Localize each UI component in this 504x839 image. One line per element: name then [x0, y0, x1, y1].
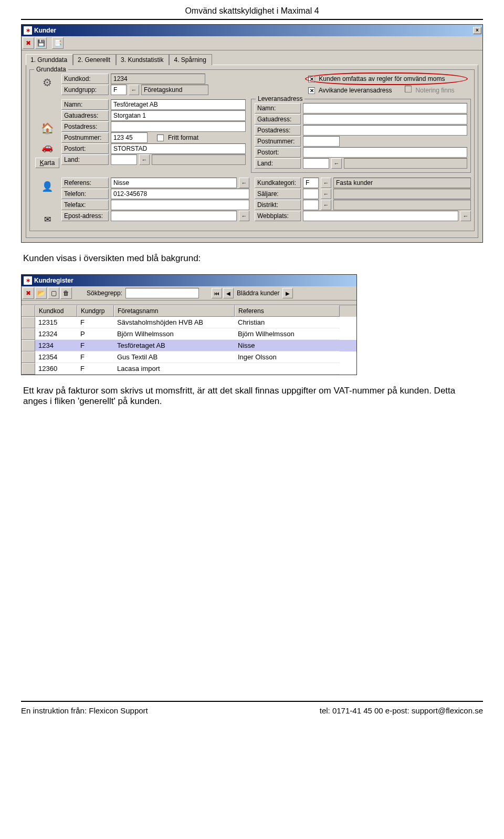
epost-lookup-button[interactable]: ← — [239, 211, 249, 221]
epost-field[interactable] — [111, 211, 237, 221]
kundkod-field: 1234 — [111, 74, 205, 84]
webbplats-lookup-button[interactable]: ← — [460, 211, 471, 221]
close-icon[interactable]: × — [473, 27, 481, 34]
webbplats-field[interactable] — [303, 211, 458, 221]
person-icon: 👤 — [39, 178, 56, 195]
save-button[interactable]: 💾 — [35, 37, 47, 49]
delete-button[interactable]: ✖ — [23, 287, 34, 299]
land-lookup-button[interactable]: ← — [139, 154, 150, 165]
tabpanel-grunddata: Grunddata ⚙ Kundkod: 1234 — [26, 65, 478, 238]
lev-land-field[interactable] — [303, 158, 329, 169]
body-text-1: Kunden visas i översikten med blå bakgru… — [23, 253, 481, 264]
envelope-icon: ✉ — [39, 211, 56, 227]
telefax-field[interactable] — [111, 200, 249, 210]
group-grunddata: Grunddata ⚙ Kundkod: 1234 — [29, 69, 475, 231]
karta-button[interactable]: Karta — [35, 158, 60, 168]
doc-header: Omvänd skattskyldighet i Maximal 4 — [21, 0, 483, 20]
table-row[interactable]: 12315FSävstaholmshöjden HVB ABChristian — [22, 317, 356, 328]
lev-postort-field[interactable] — [303, 147, 467, 158]
col-rowheader[interactable] — [22, 305, 35, 317]
col-foretagsnamn[interactable]: Företagsnamn — [114, 305, 235, 317]
nav-prev-button[interactable]: ◀ — [223, 288, 234, 298]
gatuadress-field[interactable]: Storgatan 1 — [111, 110, 246, 121]
kundregister-grid: Kundkod Kundgrp Företagsnamn Referens 12… — [22, 305, 356, 375]
kundregister-titlebar: ✶ Kundregister — [22, 275, 356, 286]
kunder-titlebar: ✶ Kunder × — [22, 25, 482, 36]
kundkategori-desc: Fasta kunder — [333, 178, 471, 188]
tab-generellt[interactable]: 2. Generellt — [73, 54, 116, 65]
checkbox-omvand-moms[interactable] — [308, 76, 315, 82]
tab-kundstatistik[interactable]: 3. Kundstatistik — [116, 54, 169, 65]
table-row[interactable]: 12360FLacasa import — [22, 363, 356, 375]
kunder-title: Kunder — [34, 27, 473, 34]
checkbox-omvand-moms-label: Kunden omfattas av regler för omvänd mom… — [319, 75, 445, 82]
checkbox-notering-label: Notering finns — [416, 87, 455, 94]
sokbegrepp-label: Sökbegrepp: — [85, 289, 124, 297]
col-referens[interactable]: Referens — [235, 305, 340, 317]
distrikt-field[interactable] — [303, 200, 319, 210]
postadress-field[interactable] — [111, 121, 246, 132]
table-row[interactable]: 12324PBjörn WilhelmssonBjörn Wilhelmsson — [22, 328, 356, 340]
nav-first-button[interactable]: ⏮ — [212, 288, 222, 298]
checkbox-fritt-format[interactable] — [157, 134, 164, 141]
lev-land-label: Land: — [255, 158, 301, 169]
lev-land-lookup-button[interactable]: ← — [331, 158, 342, 169]
kundkategori-field[interactable]: F — [303, 178, 319, 188]
sokbegrepp-field[interactable] — [125, 288, 199, 298]
checkbox-avvikande-leverans-label: Avvikande leveransadress — [319, 87, 392, 94]
kunder-window: ✶ Kunder × ✖ 💾 📑 1. Grunddata 2. Generel… — [21, 24, 483, 243]
kundgrupp-label: Kundgrupp: — [61, 85, 109, 95]
distrikt-lookup-button[interactable]: ← — [321, 200, 331, 210]
lev-post-field[interactable] — [303, 125, 467, 136]
saljare-lookup-button[interactable]: ← — [321, 189, 331, 199]
postort-field[interactable]: STORSTAD — [111, 143, 246, 154]
epost-label: Epost-adress: — [61, 211, 109, 221]
table-row[interactable]: 1234FTesföretaget ABNisse — [22, 340, 356, 351]
namn-label: Namn: — [61, 99, 109, 110]
kundgrupp-lookup-button[interactable]: ← — [129, 85, 139, 95]
referens-field[interactable]: Nisse — [111, 178, 237, 188]
gatuadress-label: Gatuadress: — [61, 110, 109, 121]
delete-button[interactable]: ✖ — [23, 37, 34, 49]
land-field[interactable] — [111, 154, 137, 165]
tabs: 1. Grunddata 2. Generellt 3. Kundstatist… — [22, 50, 482, 65]
kundregister-window: ✶ Kundregister ✖ 📂 ▢ 🗑 Sökbegrepp: ⏮ ◀ B… — [21, 274, 357, 375]
kundkategori-lookup-button[interactable]: ← — [321, 178, 331, 188]
col-kundkod[interactable]: Kundkod — [35, 305, 77, 317]
namn-field[interactable]: Tesföretaget AB — [111, 99, 246, 110]
gear-icon: ⚙ — [39, 74, 56, 91]
lev-gatu-label: Gatuadress: — [255, 114, 301, 125]
group-grunddata-title: Grunddata — [34, 66, 68, 73]
tab-sparning[interactable]: 4. Spårning — [169, 54, 212, 65]
new-button[interactable]: ▢ — [48, 287, 59, 299]
referens-lookup-button[interactable]: ← — [239, 178, 249, 188]
lev-land-desc — [344, 158, 467, 169]
postort-label: Postort: — [61, 143, 109, 154]
table-row[interactable]: 12354FGus Textil ABInger Olsson — [22, 351, 356, 363]
nav-next-button[interactable]: ▶ — [282, 288, 293, 298]
saljare-desc — [333, 189, 471, 199]
open-button[interactable]: 📂 — [35, 287, 47, 299]
checkbox-fritt-format-label: Fritt format — [168, 134, 198, 141]
kundgrupp-field[interactable]: F — [111, 85, 127, 95]
lev-postnr-label: Postnummer: — [255, 136, 301, 147]
tab-grunddata[interactable]: 1. Grunddata — [26, 54, 73, 65]
telefon-field[interactable]: 012-345678 — [111, 189, 249, 199]
doc-footer: En instruktion från: Flexicon Support te… — [21, 701, 483, 719]
copy-button[interactable]: 📑 — [52, 37, 64, 49]
col-kundgrp[interactable]: Kundgrp — [77, 305, 114, 317]
kundkategori-label: Kundkategori: — [255, 178, 301, 188]
referens-label: Referens: — [61, 178, 109, 188]
lev-postnr-field[interactable] — [303, 136, 340, 147]
webbplats-label: Webbplats: — [255, 211, 301, 221]
lev-gatu-field[interactable] — [303, 114, 467, 125]
checkbox-notering — [405, 86, 412, 92]
trash-button[interactable]: 🗑 — [60, 287, 72, 299]
footer-left: En instruktion från: Flexicon Support — [21, 706, 148, 715]
lev-namn-field[interactable] — [303, 103, 467, 113]
checkbox-avvikande-leverans[interactable] — [308, 87, 315, 94]
footer-right: tel: 0171-41 45 00 e-post: support@flexi… — [320, 706, 483, 715]
postnummer-field[interactable]: 123 45 — [111, 132, 148, 143]
saljare-field[interactable] — [303, 189, 319, 199]
lev-namn-label: Namn: — [255, 103, 301, 113]
